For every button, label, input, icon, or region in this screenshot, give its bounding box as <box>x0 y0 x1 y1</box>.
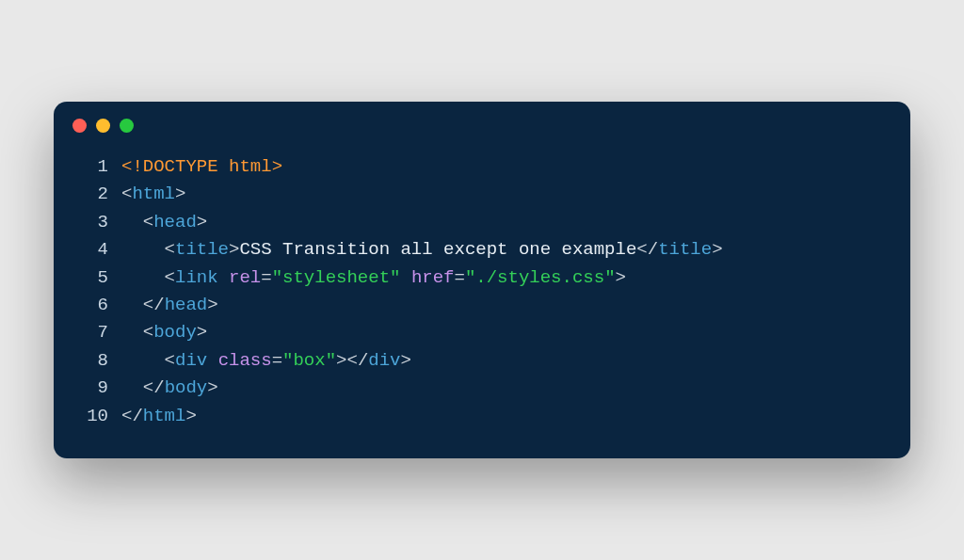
line-number: 8 <box>74 347 108 375</box>
code-content[interactable]: <html> <box>121 181 185 208</box>
token-text <box>121 322 143 343</box>
token-tag: title <box>658 239 712 260</box>
code-line[interactable]: 10</html> <box>74 403 890 430</box>
line-number: 7 <box>74 319 108 346</box>
token-punct: </ <box>121 406 143 426</box>
token-tag: body <box>165 377 208 398</box>
token-attr: href <box>411 267 455 288</box>
code-line[interactable]: 5 <link rel="stylesheet" href="./styles.… <box>74 264 890 292</box>
code-line[interactable]: 3 <head> <box>74 209 890 236</box>
token-string: "stylesheet" <box>272 267 401 288</box>
token-punct: </ <box>143 377 165 398</box>
token-punct: = <box>455 267 465 288</box>
line-number: 3 <box>74 209 108 236</box>
line-number: 5 <box>74 264 108 292</box>
code-content[interactable]: </head> <box>121 292 218 319</box>
code-content[interactable]: </body> <box>121 375 218 402</box>
code-line[interactable]: 2<html> <box>74 181 890 208</box>
token-punct: < <box>165 350 175 371</box>
token-text <box>121 212 143 232</box>
close-icon[interactable] <box>72 119 87 133</box>
token-tag: html <box>143 406 186 426</box>
token-punct: = <box>261 267 271 288</box>
token-tag: head <box>165 295 208 315</box>
window-traffic-lights <box>54 102 910 142</box>
code-content[interactable]: <head> <box>121 209 207 236</box>
code-content[interactable]: <title>CSS Transition all except one exa… <box>121 236 723 264</box>
token-punct: = <box>272 350 282 371</box>
token-text <box>121 239 165 260</box>
code-line[interactable]: 4 <title>CSS Transition all except one e… <box>74 236 890 264</box>
token-punct: </ <box>636 239 658 260</box>
token-punct: > <box>197 212 207 232</box>
code-line[interactable]: 8 <div class="box"></div> <box>74 347 890 375</box>
token-attr: class <box>218 350 272 371</box>
token-text <box>121 350 165 371</box>
token-text <box>400 267 410 288</box>
token-punct: > <box>401 350 411 371</box>
token-punct: </ <box>143 295 165 315</box>
code-line[interactable]: 9 </body> <box>74 375 890 402</box>
token-punct: ></ <box>336 350 368 371</box>
line-number: 6 <box>74 292 108 319</box>
code-content[interactable]: <link rel="stylesheet" href="./styles.cs… <box>121 264 626 292</box>
code-editor-area[interactable]: 1<!DOCTYPE html>2<html>3 <head>4 <title>… <box>54 142 910 458</box>
line-number: 1 <box>74 153 108 181</box>
maximize-icon[interactable] <box>120 119 134 133</box>
code-window: 1<!DOCTYPE html>2<html>3 <head>4 <title>… <box>54 102 910 458</box>
minimize-icon[interactable] <box>96 119 110 133</box>
code-content[interactable]: <body> <box>121 319 207 346</box>
token-string: "./styles.css" <box>465 267 616 288</box>
token-doctype: <!DOCTYPE html> <box>121 156 282 177</box>
line-number: 2 <box>74 181 108 208</box>
token-tag: div <box>368 350 400 371</box>
token-punct: < <box>143 212 153 232</box>
code-line[interactable]: 7 <body> <box>74 319 890 346</box>
token-tag: title <box>175 239 229 260</box>
token-text <box>121 267 165 288</box>
token-text <box>121 377 143 398</box>
token-tag: html <box>132 184 175 204</box>
token-punct: > <box>207 377 217 398</box>
code-line[interactable]: 1<!DOCTYPE html> <box>74 153 890 181</box>
token-punct: > <box>175 184 185 204</box>
token-tag: link <box>175 267 218 288</box>
line-number: 4 <box>74 236 108 264</box>
token-text <box>218 267 229 288</box>
token-tag: body <box>153 322 197 343</box>
line-number: 10 <box>74 403 108 430</box>
token-punct: > <box>712 239 722 260</box>
line-number: 9 <box>74 375 108 402</box>
code-content[interactable]: <!DOCTYPE html> <box>121 153 282 181</box>
token-punct: > <box>185 406 196 426</box>
token-punct: < <box>121 184 132 204</box>
token-punct: > <box>197 322 207 343</box>
token-punct: > <box>616 267 626 288</box>
token-punct: < <box>165 267 175 288</box>
code-content[interactable]: </html> <box>121 403 197 430</box>
token-text <box>121 295 143 315</box>
token-string: "box" <box>282 350 336 371</box>
code-line[interactable]: 6 </head> <box>74 292 890 319</box>
token-tag: head <box>153 212 197 232</box>
token-text <box>207 350 217 371</box>
token-punct: > <box>229 239 239 260</box>
token-text: CSS Transition all except one example <box>239 239 636 260</box>
code-content[interactable]: <div class="box"></div> <box>121 347 411 375</box>
token-punct: > <box>207 295 217 315</box>
token-tag: div <box>175 350 207 371</box>
token-punct: < <box>165 239 175 260</box>
token-attr: rel <box>229 267 261 288</box>
token-punct: < <box>143 322 153 343</box>
